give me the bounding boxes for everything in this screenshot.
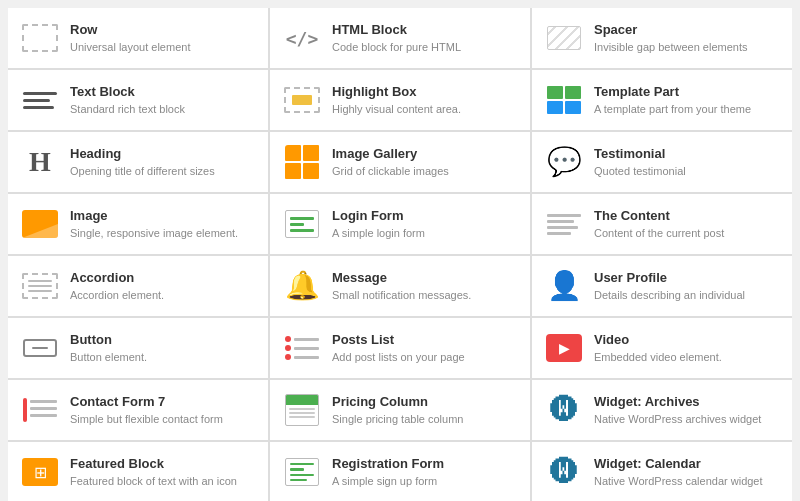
block-desc-accordion: Accordion element.: [70, 288, 164, 302]
block-item-image-gallery[interactable]: Image GalleryGrid of clickable images: [270, 132, 530, 192]
block-title-spacer: Spacer: [594, 22, 747, 39]
block-item-the-content[interactable]: The ContentContent of the current post: [532, 194, 792, 254]
block-desc-image: Single, responsive image element.: [70, 226, 238, 240]
block-item-html-block[interactable]: </>HTML BlockCode block for pure HTML: [270, 8, 530, 68]
block-title-highlight-box: Highlight Box: [332, 84, 461, 101]
spacer-icon: [544, 18, 584, 58]
image-icon: [20, 204, 60, 244]
block-title-message: Message: [332, 270, 471, 287]
block-item-highlight-box[interactable]: Highlight BoxHighly visual content area.: [270, 70, 530, 130]
block-desc-pricing-column: Single pricing table column: [332, 412, 463, 426]
block-title-html-block: HTML Block: [332, 22, 461, 39]
accordion-icon: [20, 266, 60, 306]
block-desc-row: Universal layout element: [70, 40, 190, 54]
row-icon: [20, 18, 60, 58]
pricing-column-icon: [282, 390, 322, 430]
block-item-spacer[interactable]: SpacerInvisible gap between elements: [532, 8, 792, 68]
block-item-featured-block[interactable]: Featured BlockFeatured block of text wit…: [8, 442, 268, 501]
block-title-contact-form-7: Contact Form 7: [70, 394, 223, 411]
template-part-icon: [544, 80, 584, 120]
block-item-video[interactable]: VideoEmbedded video element.: [532, 318, 792, 378]
block-title-registration-form: Registration Form: [332, 456, 444, 473]
testimonial-icon: 💬: [544, 142, 584, 182]
block-desc-button: Button element.: [70, 350, 147, 364]
highlight-box-icon: [282, 80, 322, 120]
block-desc-video: Embedded video element.: [594, 350, 722, 364]
block-title-user-profile: User Profile: [594, 270, 745, 287]
block-item-login-form[interactable]: Login FormA simple login form: [270, 194, 530, 254]
contact-form-7-icon: [20, 390, 60, 430]
block-title-image-gallery: Image Gallery: [332, 146, 449, 163]
block-title-posts-list: Posts List: [332, 332, 465, 349]
block-desc-posts-list: Add post lists on your page: [332, 350, 465, 364]
block-item-text-block[interactable]: Text BlockStandard rich text block: [8, 70, 268, 130]
text-block-icon: [20, 80, 60, 120]
block-title-button: Button: [70, 332, 147, 349]
heading-icon: H: [20, 142, 60, 182]
blocks-grid: RowUniversal layout element</>HTML Block…: [8, 8, 792, 501]
widget-calendar-icon: 🅦: [544, 452, 584, 492]
block-item-widget-calendar[interactable]: 🅦Widget: CalendarNative WordPress calend…: [532, 442, 792, 501]
registration-form-icon: [282, 452, 322, 492]
user-profile-icon: 👤: [544, 266, 584, 306]
block-title-heading: Heading: [70, 146, 215, 163]
login-form-icon: [282, 204, 322, 244]
block-desc-message: Small notification messages.: [332, 288, 471, 302]
block-desc-featured-block: Featured block of text with an icon: [70, 474, 237, 488]
block-title-widget-calendar: Widget: Calendar: [594, 456, 763, 473]
block-desc-registration-form: A simple sign up form: [332, 474, 444, 488]
widget-archives-icon: 🅦: [544, 390, 584, 430]
block-title-login-form: Login Form: [332, 208, 425, 225]
block-item-user-profile[interactable]: 👤User ProfileDetails describing an indiv…: [532, 256, 792, 316]
block-title-template-part: Template Part: [594, 84, 751, 101]
block-title-testimonial: Testimonial: [594, 146, 686, 163]
block-desc-testimonial: Quoted testimonial: [594, 164, 686, 178]
block-desc-user-profile: Details describing an individual: [594, 288, 745, 302]
block-desc-highlight-box: Highly visual content area.: [332, 102, 461, 116]
block-title-the-content: The Content: [594, 208, 724, 225]
block-desc-widget-calendar: Native WordPress calendar widget: [594, 474, 763, 488]
block-item-registration-form[interactable]: Registration FormA simple sign up form: [270, 442, 530, 501]
block-title-video: Video: [594, 332, 722, 349]
block-desc-login-form: A simple login form: [332, 226, 425, 240]
message-icon: 🔔: [282, 266, 322, 306]
block-item-heading[interactable]: HHeadingOpening title of different sizes: [8, 132, 268, 192]
block-desc-html-block: Code block for pure HTML: [332, 40, 461, 54]
posts-list-icon: [282, 328, 322, 368]
block-title-image: Image: [70, 208, 238, 225]
block-desc-spacer: Invisible gap between elements: [594, 40, 747, 54]
featured-block-icon: [20, 452, 60, 492]
block-item-message[interactable]: 🔔MessageSmall notification messages.: [270, 256, 530, 316]
block-title-pricing-column: Pricing Column: [332, 394, 463, 411]
block-title-text-block: Text Block: [70, 84, 185, 101]
block-desc-widget-archives: Native WordPress archives widget: [594, 412, 761, 426]
block-item-posts-list[interactable]: Posts ListAdd post lists on your page: [270, 318, 530, 378]
button-icon: [20, 328, 60, 368]
block-desc-image-gallery: Grid of clickable images: [332, 164, 449, 178]
block-title-widget-archives: Widget: Archives: [594, 394, 761, 411]
block-item-contact-form-7[interactable]: Contact Form 7Simple but flexible contac…: [8, 380, 268, 440]
image-gallery-icon: [282, 142, 322, 182]
block-desc-heading: Opening title of different sizes: [70, 164, 215, 178]
block-item-row[interactable]: RowUniversal layout element: [8, 8, 268, 68]
html-block-icon: </>: [282, 18, 322, 58]
block-item-image[interactable]: ImageSingle, responsive image element.: [8, 194, 268, 254]
block-title-featured-block: Featured Block: [70, 456, 237, 473]
block-item-button[interactable]: ButtonButton element.: [8, 318, 268, 378]
the-content-icon: [544, 204, 584, 244]
block-desc-contact-form-7: Simple but flexible contact form: [70, 412, 223, 426]
block-desc-template-part: A template part from your theme: [594, 102, 751, 116]
block-item-widget-archives[interactable]: 🅦Widget: ArchivesNative WordPress archiv…: [532, 380, 792, 440]
block-item-accordion[interactable]: AccordionAccordion element.: [8, 256, 268, 316]
block-desc-the-content: Content of the current post: [594, 226, 724, 240]
block-title-row: Row: [70, 22, 190, 39]
block-item-pricing-column[interactable]: Pricing ColumnSingle pricing table colum…: [270, 380, 530, 440]
video-icon: [544, 328, 584, 368]
block-item-testimonial[interactable]: 💬TestimonialQuoted testimonial: [532, 132, 792, 192]
block-title-accordion: Accordion: [70, 270, 164, 287]
block-desc-text-block: Standard rich text block: [70, 102, 185, 116]
block-item-template-part[interactable]: Template PartA template part from your t…: [532, 70, 792, 130]
